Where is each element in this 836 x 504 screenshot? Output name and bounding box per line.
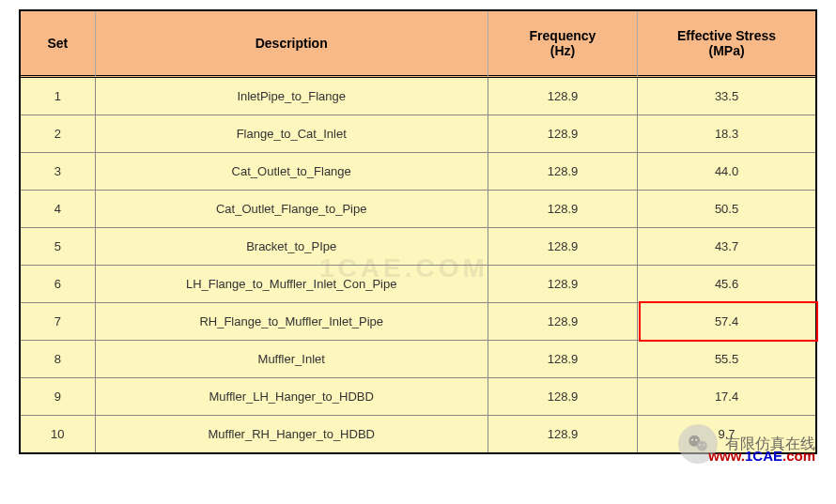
cell-frequency: 128.9 (488, 115, 638, 153)
svg-point-4 (699, 444, 701, 446)
cell-frequency: 128.9 (488, 78, 638, 115)
table-row: 9Muffler_LH_Hanger_to_HDBD128.917.4 (21, 378, 815, 416)
cell-description: LH_Flange_to_Muffler_Inlet_Con_Pipe (96, 266, 488, 303)
table-row: 7RH_Flange_to_Muffler_Inlet_Pipe128.957.… (21, 303, 815, 341)
cell-set: 8 (21, 341, 96, 378)
svg-point-5 (704, 444, 705, 446)
cell-stress: 17.4 (638, 378, 815, 416)
cell-frequency: 128.9 (488, 228, 638, 266)
header-frequency: Frequency (Hz) (488, 11, 638, 78)
url-suffix: .com (782, 448, 815, 464)
cell-set: 9 (21, 378, 96, 416)
header-stress: Effective Stress (MPa) (638, 11, 815, 78)
cell-description: Muffler_Inlet (96, 341, 488, 378)
cell-frequency: 128.9 (488, 266, 638, 303)
cell-description: Cat_Outlet_Flange_to_Pipe (96, 191, 488, 228)
table-header-row: Set Description Frequency (Hz) Effective… (21, 11, 815, 78)
cell-stress: 43.7 (638, 228, 815, 266)
cell-stress: 18.3 (638, 115, 815, 153)
cell-description: RH_Flange_to_Muffler_Inlet_Pipe (96, 303, 488, 341)
cell-stress: 57.4 (638, 303, 815, 341)
cell-frequency: 128.9 (488, 378, 638, 416)
cell-description: Muffler_LH_Hanger_to_HDBD (96, 378, 488, 416)
table-row: 4Cat_Outlet_Flange_to_Pipe128.950.5 (21, 191, 815, 228)
table-body: 1InletPipe_to_Flange128.933.52Flange_to_… (21, 78, 815, 452)
cell-frequency: 128.9 (488, 153, 638, 191)
url-prefix: www. (708, 448, 745, 464)
cell-set: 2 (21, 115, 96, 153)
cell-description: Bracket_to_PIpe (96, 228, 488, 266)
header-set: Set (21, 11, 96, 78)
cell-stress: 33.5 (638, 78, 815, 115)
cell-frequency: 128.9 (488, 191, 638, 228)
cell-frequency: 128.9 (488, 341, 638, 378)
cell-description: Cat_Outlet_to_Flange (96, 153, 488, 191)
cell-frequency: 128.9 (488, 303, 638, 341)
cell-set: 5 (21, 228, 96, 266)
svg-point-1 (697, 441, 707, 451)
cell-set: 7 (21, 303, 96, 341)
table-row: 8Muffler_Inlet128.955.5 (21, 341, 815, 378)
table-row: 6LH_Flange_to_Muffler_Inlet_Con_Pipe128.… (21, 266, 815, 303)
cell-stress: 50.5 (638, 191, 815, 228)
cell-stress: 55.5 (638, 341, 815, 378)
cell-set: 1 (21, 78, 96, 115)
cell-set: 4 (21, 191, 96, 228)
cell-description: Muffler_RH_Hanger_to_HDBD (96, 416, 488, 452)
svg-point-2 (691, 439, 693, 441)
url-main: 1CAE (745, 448, 782, 464)
cell-set: 3 (21, 153, 96, 191)
header-description: Description (96, 11, 488, 78)
svg-point-3 (695, 439, 697, 441)
cell-description: InletPipe_to_Flange (96, 78, 488, 115)
table-row: 2Flange_to_Cat_Inlet128.918.3 (21, 115, 815, 153)
stress-table: Set Description Frequency (Hz) Effective… (19, 9, 817, 454)
table-row: 3Cat_Outlet_to_Flange128.944.0 (21, 153, 815, 191)
cell-set: 10 (21, 416, 96, 452)
cell-stress: 44.0 (638, 153, 815, 191)
cell-set: 6 (21, 266, 96, 303)
cell-frequency: 128.9 (488, 416, 638, 452)
footer-url: www.1CAE.com (708, 448, 815, 464)
cell-description: Flange_to_Cat_Inlet (96, 115, 488, 153)
cell-stress: 45.6 (638, 266, 815, 303)
table-row: 1InletPipe_to_Flange128.933.5 (21, 78, 815, 115)
table-row: 5Bracket_to_PIpe128.943.7 (21, 228, 815, 266)
